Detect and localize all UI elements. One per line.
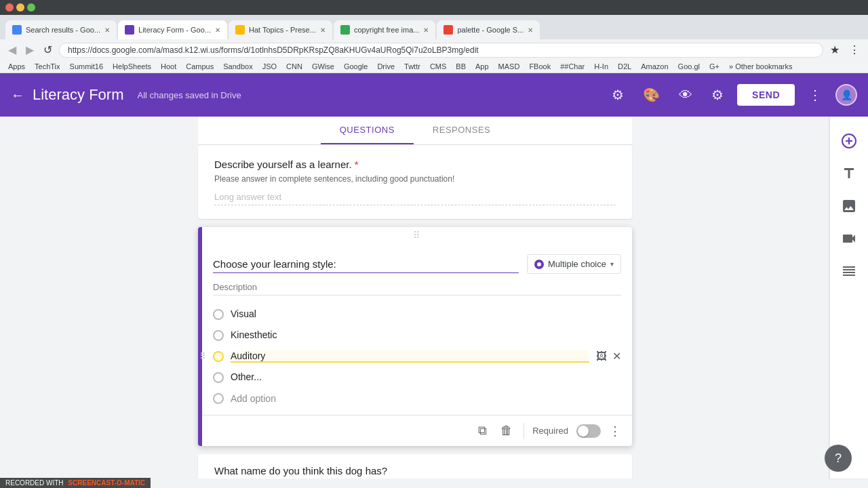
form-tabs-container: QUESTIONS RESPONSES xyxy=(198,117,632,145)
bm-twttr[interactable]: Twttr xyxy=(401,62,423,71)
tab-close-literacy[interactable]: ✕ xyxy=(215,26,220,34)
question-type-dropdown[interactable]: Multiple choice ▾ xyxy=(527,254,621,274)
remove-kinesthetic-icon[interactable]: ✕ xyxy=(612,329,621,342)
right-sidebar xyxy=(830,117,868,479)
screencast-bar: RECORDED WITH SCREENCAST-O-MATIC xyxy=(0,478,151,488)
bm-helpsheets[interactable]: HelpSheets xyxy=(110,62,154,71)
preview-eye-icon[interactable]: 👁 xyxy=(673,82,698,108)
google-tab-icon xyxy=(12,25,22,35)
bm-hin[interactable]: H-In xyxy=(591,62,611,71)
bm-cnn[interactable]: CNN xyxy=(283,62,305,71)
bm-googl[interactable]: Goo.gl xyxy=(675,62,703,71)
add-image-icon[interactable] xyxy=(835,192,863,220)
bm-cms[interactable]: CMS xyxy=(427,62,449,71)
bm-summit[interactable]: Summit16 xyxy=(67,62,106,71)
add-option-row[interactable]: Add option xyxy=(213,388,621,409)
add-text-icon[interactable] xyxy=(835,160,863,187)
bm-drive[interactable]: Drive xyxy=(374,62,397,71)
option-auditory: ⠿ 🖼 ✕ xyxy=(213,346,621,367)
bm-fbook[interactable]: FBook xyxy=(526,62,553,71)
palette-icon[interactable]: 🎨 xyxy=(637,81,665,108)
tab-label-literacy: Literacy Form - Goo... xyxy=(138,26,211,34)
help-fab[interactable]: ? xyxy=(825,445,852,472)
bm-char[interactable]: ##Char xyxy=(557,62,587,71)
bm-jso[interactable]: JSO xyxy=(260,62,279,71)
radio-other xyxy=(213,372,224,383)
bm-d2l[interactable]: D2L xyxy=(615,62,634,71)
add-section-icon[interactable] xyxy=(835,258,863,285)
prev-question-hint: Please answer in complete sentences, inc… xyxy=(214,174,616,184)
settings-gear-icon[interactable]: ⚙ xyxy=(606,81,629,108)
bm-hoot[interactable]: Hoot xyxy=(158,62,179,71)
close-window-btn[interactable] xyxy=(5,3,14,12)
tab-responses[interactable]: RESPONSES xyxy=(414,117,509,144)
add-option-label: Add option xyxy=(231,393,276,404)
forward-nav-btn[interactable]: ▶ xyxy=(23,42,37,58)
tab-label-copyright: copyright free ima... xyxy=(354,26,420,34)
tab-close-palette[interactable]: ✕ xyxy=(528,26,533,34)
copyright-tab-icon xyxy=(340,25,350,35)
add-element-icon[interactable] xyxy=(835,127,863,155)
send-button[interactable]: SEND xyxy=(737,84,795,106)
header-more-icon[interactable]: ⋮ xyxy=(803,81,827,108)
browser-tab-copyright[interactable]: copyright free ima... ✕ xyxy=(334,20,436,39)
browser-tab-palette[interactable]: palette - Google S... ✕ xyxy=(437,20,540,39)
browser-tabs-bar: Search results - Goo... ✕ Literacy Form … xyxy=(0,15,868,39)
active-question-card: ⠿ Multiple choice ▾ ✕ xyxy=(198,227,632,446)
slides-tab-icon xyxy=(235,25,245,35)
bm-techtix[interactable]: TechTix xyxy=(32,62,63,71)
browser-tab-literacy[interactable]: Literacy Form - Goo... ✕ xyxy=(118,20,227,39)
bm-app[interactable]: App xyxy=(473,62,492,71)
back-nav-btn[interactable]: ◀ xyxy=(5,42,19,58)
remove-visual-icon[interactable]: ✕ xyxy=(612,308,621,321)
back-button[interactable]: ← xyxy=(11,87,24,103)
add-video-icon[interactable] xyxy=(835,225,863,252)
browser-tab-search[interactable]: Search results - Goo... ✕ xyxy=(5,20,117,39)
footer-divider xyxy=(524,423,524,439)
more-settings-icon[interactable]: ⚙ xyxy=(706,81,729,108)
maximize-window-btn[interactable] xyxy=(27,3,35,12)
option-text-auditory[interactable] xyxy=(231,350,589,363)
bm-other[interactable]: » Other bookmarks xyxy=(726,62,795,71)
radio-auditory xyxy=(213,351,224,362)
tab-label-search: Search results - Goo... xyxy=(26,26,100,34)
bm-gwise[interactable]: GWise xyxy=(309,62,337,71)
remove-other-icon[interactable]: ✕ xyxy=(612,371,621,384)
user-avatar[interactable]: 👤 xyxy=(835,84,857,106)
option-text-visual[interactable] xyxy=(231,308,606,320)
description-input[interactable] xyxy=(213,279,621,296)
add-image-auditory-icon[interactable]: 🖼 xyxy=(596,350,607,363)
tab-close-search[interactable]: ✕ xyxy=(104,26,110,34)
duplicate-icon[interactable]: ⧉ xyxy=(475,421,490,441)
refresh-nav-btn[interactable]: ↺ xyxy=(41,42,55,58)
card-more-icon[interactable]: ⋮ xyxy=(609,424,621,439)
tab-questions[interactable]: QUESTIONS xyxy=(321,117,414,144)
drag-indicator: ⠿ xyxy=(202,227,632,243)
address-input[interactable]: https://docs.google.com/a/masd.k12.wi.us… xyxy=(59,43,823,58)
extensions-btn[interactable]: ★ xyxy=(827,42,842,58)
option-text-kinesthetic[interactable] xyxy=(231,329,606,341)
bm-campus[interactable]: Campus xyxy=(183,62,216,71)
bm-apps[interactable]: Apps xyxy=(5,62,28,71)
bm-amazon[interactable]: Amazon xyxy=(638,62,671,71)
remove-auditory-icon[interactable]: ✕ xyxy=(612,350,621,363)
bm-sandbox[interactable]: Sandbox xyxy=(220,62,255,71)
next-question-preview: What name do you think this dog has? xyxy=(198,454,632,479)
menu-btn[interactable]: ⋮ xyxy=(846,42,863,58)
bm-bb[interactable]: BB xyxy=(453,62,469,71)
bm-google[interactable]: Google xyxy=(341,62,370,71)
option-text-other[interactable] xyxy=(231,371,606,383)
bookmarks-bar: Apps TechTix Summit16 HelpSheets Hoot Ca… xyxy=(0,60,868,73)
bm-masd[interactable]: MASD xyxy=(496,62,523,71)
minimize-window-btn[interactable] xyxy=(16,3,24,12)
tab-close-hat[interactable]: ✕ xyxy=(320,26,326,34)
autosave-message: All changes saved in Drive xyxy=(137,90,241,100)
browser-tab-hat[interactable]: Hat Topics - Prese... ✕ xyxy=(229,20,332,39)
app-title: Literacy Form xyxy=(33,86,123,104)
tab-close-copyright[interactable]: ✕ xyxy=(423,26,429,34)
delete-icon[interactable]: 🗑 xyxy=(498,421,515,441)
multiple-choice-icon xyxy=(534,260,544,269)
question-title-input[interactable] xyxy=(213,256,519,273)
bm-gplus[interactable]: G+ xyxy=(707,62,722,71)
required-toggle[interactable] xyxy=(576,424,601,438)
